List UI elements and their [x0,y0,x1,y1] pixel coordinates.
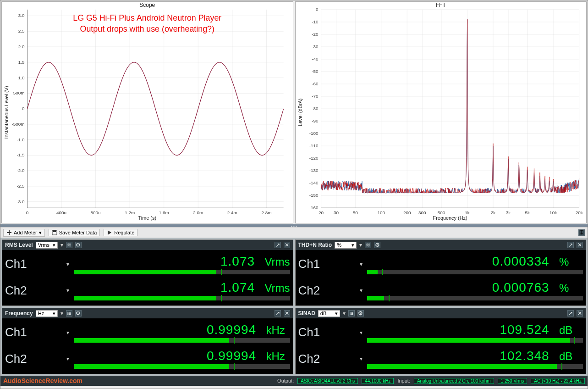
meter-panel-freq: Frequency Hz ▾ ▾ ≋ ⚙ ↗ ✕ Ch1▾ 0.99994 kH… [2,308,293,374]
channel-label[interactable]: Ch1▾ [298,325,367,339]
readout-unit: % [551,282,583,295]
svg-text:1.0: 1.0 [18,75,25,80]
channel-label[interactable]: Ch2▾ [5,283,74,298]
filter-icon[interactable]: ≋ [66,310,72,317]
channel-label[interactable]: Ch2▾ [5,352,74,366]
chevron-down-icon: ▾ [53,311,55,317]
output-rate[interactable]: 44.1000 kHz [362,378,394,384]
meter-row-ch2: Ch2▾ 0.99994 kHz [5,346,290,372]
channel-label[interactable]: Ch2▾ [298,283,367,298]
annotation-line2: Output drops with use (overheating?) [80,24,214,33]
filter-icon[interactable]: ≋ [365,242,371,248]
svg-text:-40: -40 [312,56,319,61]
svg-text:-100: -100 [309,131,318,136]
chevron-down-icon[interactable]: ▾ [60,242,63,248]
svg-text:-150: -150 [309,193,318,198]
dock-icon[interactable]: ↧ [578,229,585,236]
play-icon [107,230,112,235]
channel-label[interactable]: Ch1▾ [5,257,74,271]
chevron-down-icon: ▾ [360,356,363,362]
readout: 0.000334 % [367,254,583,269]
filter-icon[interactable]: ≋ [348,310,355,317]
unit-select[interactable]: % ▾ [335,242,357,249]
unit-select[interactable]: dB ▾ [318,310,340,317]
readout: 102.348 dB [367,349,583,363]
svg-text:3.0: 3.0 [18,13,25,18]
popout-icon[interactable]: ↗ [275,242,281,248]
meter-body: Ch1▾ 0.000334 % Ch2▾ 0.000763 [296,250,586,306]
svg-text:2.5: 2.5 [18,28,25,33]
input-device[interactable]: Analog Unbalanced 2 Ch, 100 kohm [414,378,494,384]
svg-text:0: 0 [26,210,29,215]
meter-bar [74,338,290,343]
meters-grid: RMS Level Vrms ▾ ▾ ≋ ⚙ ↗ ✕ Ch1▾ 1.073 Vr… [0,238,588,376]
readout: 0.000763 % [367,280,583,295]
annotation-line1: LG G5 Hi-Fi Plus Android Neutron Player [73,13,221,22]
close-icon[interactable]: ✕ [284,242,290,248]
readout-value: 1.074 [220,280,255,295]
gear-icon[interactable]: ⚙ [374,242,380,248]
meter-row-ch2: Ch2▾ 102.348 dB [298,346,583,372]
meter-header: Frequency Hz ▾ ▾ ≋ ⚙ ↗ ✕ [2,308,293,318]
input-level[interactable]: 1.250 Vrms [498,378,528,384]
meter-bar [74,270,290,274]
add-meter-button[interactable]: Add Meter ▾ [3,229,45,237]
filter-icon[interactable]: ≋ [66,242,72,248]
svg-text:-1.0: -1.0 [16,137,25,142]
readout-value: 109.524 [500,322,549,337]
svg-text:500: 500 [437,210,445,215]
meter-panel-thdn: THD+N Ratio % ▾ ▾ ≋ ⚙ ↗ ✕ Ch1▾ 0.000334 … [295,239,587,306]
charts-row: Scope -3.0-2.5-2.0-1.5-1.0-500m0500m1.01… [0,0,588,224]
channel-label[interactable]: Ch1▾ [298,257,367,271]
channel-label[interactable]: Ch1▾ [5,325,74,339]
meter-row-ch1: Ch1▾ 1.073 Vrms [5,251,290,277]
readout-value: 102.348 [500,349,549,363]
fft-pane[interactable]: FFT 0-10-20-30-40-50-60-70-80-90-100-110… [295,1,587,223]
chevron-down-icon[interactable]: ▾ [60,310,63,317]
meter-row-ch2: Ch2▾ 1.074 Vrms [5,278,290,303]
svg-text:1.5: 1.5 [18,60,25,65]
close-icon[interactable]: ✕ [284,310,290,317]
svg-text:1.2m: 1.2m [125,210,135,215]
readout-unit: kHz [258,324,290,337]
output-device[interactable]: ASIO: ASIO4ALL v2 2 Chs [297,378,358,384]
regulate-button[interactable]: Regulate [104,229,137,236]
readout-unit: % [551,256,583,268]
meter-row-ch1: Ch1▾ 0.000334 % [298,251,583,277]
chevron-down-icon: ▾ [53,242,55,248]
popout-icon[interactable]: ↗ [275,310,281,317]
save-meter-button[interactable]: Save Meter Data [49,229,100,236]
popout-icon[interactable]: ↗ [567,310,574,317]
svg-text:50: 50 [352,210,358,215]
chevron-down-icon: ▾ [66,329,69,336]
readout-unit: Vrms [256,256,290,268]
channel-label[interactable]: Ch2▾ [298,352,367,366]
scope-pane[interactable]: Scope -3.0-2.5-2.0-1.5-1.0-500m0500m1.01… [1,1,293,223]
readout-unit: dB [551,324,583,337]
gear-icon[interactable]: ⚙ [75,242,82,248]
svg-text:2k: 2k [490,210,495,215]
chevron-down-icon: ▾ [360,329,363,336]
readout-unit: dB [551,350,583,363]
meter-bar [367,338,583,343]
popout-icon[interactable]: ↗ [567,242,574,248]
fft-title: FFT [432,2,450,8]
svg-text:-70: -70 [312,94,319,99]
meter-header: SINAD dB ▾ ▾ ≋ ⚙ ↗ ✕ [296,308,586,318]
chevron-down-icon[interactable]: ▾ [359,242,362,248]
input-coupling[interactable]: AC (<10 Hz) - 22.4 kHz [531,378,585,384]
svg-text:100: 100 [377,210,385,215]
readout: 1.073 Vrms [74,254,290,269]
close-icon[interactable]: ✕ [577,242,583,248]
unit-select[interactable]: Hz ▾ [36,310,58,317]
gear-icon[interactable]: ⚙ [357,310,364,317]
close-icon[interactable]: ✕ [577,310,583,317]
svg-text:0: 0 [316,7,319,12]
gear-icon[interactable]: ⚙ [75,310,82,317]
svg-text:30: 30 [334,210,339,215]
svg-text:-110: -110 [309,143,318,148]
fft-xlabel: Frequency (Hz) [433,215,467,221]
chevron-down-icon[interactable]: ▾ [343,310,346,317]
unit-select[interactable]: Vrms ▾ [36,242,58,249]
svg-text:-60: -60 [312,81,319,86]
